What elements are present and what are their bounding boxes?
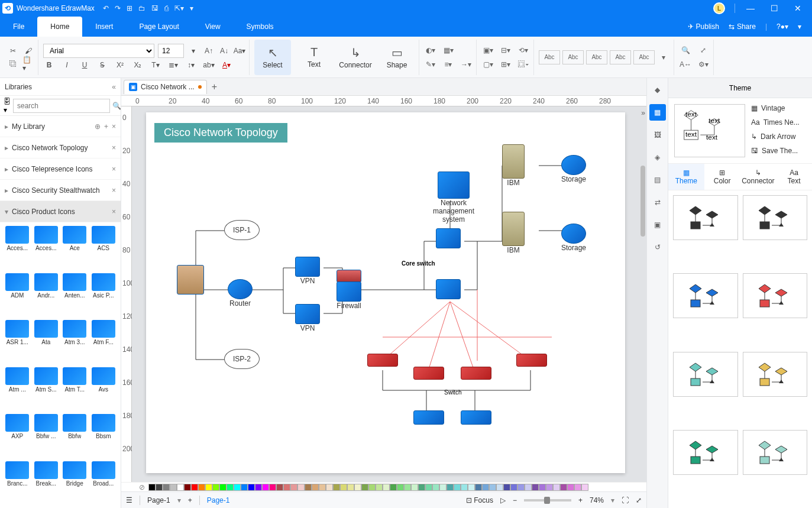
shape-item[interactable]: Broad... (90, 461, 118, 505)
color-swatch[interactable] (163, 484, 170, 491)
outline-toggle-icon[interactable]: ☰ (126, 496, 132, 504)
export-icon[interactable]: ⇱▾ (174, 4, 184, 12)
line-style-icon[interactable]: ✎▾ (424, 58, 437, 71)
node-access-switch-1[interactable] (413, 410, 444, 425)
color-swatch[interactable] (581, 484, 588, 491)
font-size-dropdown-icon[interactable]: ▾ (187, 45, 199, 57)
publish-button[interactable]: ✈ Publish (688, 22, 719, 31)
underline-icon[interactable]: U (79, 59, 90, 71)
color-swatch[interactable] (297, 484, 305, 491)
color-swatch[interactable] (262, 484, 269, 491)
color-swatch[interactable] (546, 484, 553, 491)
window-maximize[interactable]: ☐ (762, 4, 786, 13)
fit-page-icon[interactable]: ⛶ (622, 496, 629, 504)
lib-close-icon[interactable]: × (112, 122, 116, 131)
shape-item[interactable]: Branc... (4, 461, 31, 505)
color-swatch[interactable] (205, 484, 212, 491)
lib-cisco-telepresence[interactable]: ▸Cisco Telepresence Icons× (0, 158, 121, 180)
focus-mode-button[interactable]: ⊡ Focus (466, 496, 493, 504)
panel-connections-icon[interactable]: ⇄ (649, 194, 666, 211)
theme-thumbnail[interactable] (673, 430, 738, 475)
node-access-switch-2[interactable] (461, 410, 491, 425)
theme-thumbnail[interactable] (673, 273, 738, 318)
page-prev-icon[interactable]: ▾ (177, 496, 181, 504)
subscript-icon[interactable]: X₂ (132, 59, 144, 71)
diagram-title[interactable]: Cisco Network Topology (154, 123, 287, 143)
lib-edit-icon[interactable]: ⊕ (95, 122, 101, 131)
zoom-out-icon[interactable]: − (513, 496, 517, 504)
color-swatch[interactable] (269, 484, 276, 491)
window-close[interactable]: ✕ (786, 4, 810, 13)
library-menu-icon[interactable]: 🗄▾ (4, 98, 11, 114)
color-swatch[interactable] (368, 484, 376, 491)
node-ibm-1[interactable]: IBM (502, 144, 525, 187)
lib-add-icon[interactable]: + (104, 122, 108, 131)
panel-slideshow-icon[interactable]: ▣ (649, 216, 666, 233)
tab-symbols[interactable]: Symbols (234, 17, 287, 37)
shape-style-more-icon[interactable]: ▾ (657, 51, 670, 64)
theme-thumbnail[interactable] (673, 195, 738, 240)
zoom-slider[interactable] (524, 499, 571, 501)
node-switch-1[interactable] (367, 354, 398, 367)
paste-icon[interactable]: 📋▾ (22, 58, 34, 70)
qat-customize-icon[interactable]: ▾ (190, 4, 193, 12)
lib-close-icon[interactable]: × (112, 208, 116, 216)
fullscreen-icon[interactable]: ⤢ (636, 496, 642, 504)
shape-style-1[interactable]: Abc (539, 50, 560, 64)
shape-item[interactable]: Bbsm (90, 414, 118, 458)
window-minimize[interactable]: — (739, 4, 762, 13)
search-icon[interactable]: 🔍 (112, 102, 121, 110)
select-tool[interactable]: ↖Select (254, 40, 291, 75)
no-color-icon[interactable]: ⊘ (139, 483, 145, 491)
color-swatch[interactable] (340, 484, 347, 491)
color-swatch[interactable] (468, 484, 475, 491)
panel-fill-icon[interactable]: ◆ (649, 82, 666, 98)
shape-item[interactable]: Acces... (33, 226, 60, 270)
color-swatch[interactable] (354, 484, 361, 491)
color-swatch[interactable] (148, 484, 156, 491)
color-swatch[interactable] (184, 484, 191, 491)
color-swatch[interactable] (319, 484, 326, 491)
text-tool[interactable]: TText (296, 40, 332, 75)
color-swatch[interactable] (517, 484, 525, 491)
shape-item[interactable]: Bbfw ... (33, 414, 60, 458)
zoom-value[interactable]: 74% (590, 496, 604, 504)
lib-cisco-network-topology[interactable]: ▸Cisco Network Topology× (0, 137, 121, 158)
color-swatch[interactable] (482, 484, 489, 491)
shape-item[interactable]: Ata (33, 320, 60, 364)
lib-close-icon[interactable]: × (112, 144, 116, 152)
color-swatch[interactable] (390, 484, 397, 491)
shape-item[interactable]: Atm S... (33, 367, 60, 411)
shape-item[interactable]: ACS (90, 226, 118, 270)
color-swatch[interactable] (227, 484, 234, 491)
group-icon[interactable]: ⿴▾ (517, 58, 530, 71)
color-swatch[interactable] (326, 484, 333, 491)
shape-style-3[interactable]: Abc (586, 50, 607, 64)
shape-item[interactable]: ASR 1... (4, 320, 31, 364)
color-swatch[interactable] (234, 484, 241, 491)
find-icon[interactable]: 🔍 (679, 44, 692, 57)
undo-icon[interactable]: ↶ (103, 4, 109, 12)
theme-thumbnail[interactable] (743, 195, 808, 240)
theme-thumbnail[interactable] (743, 430, 808, 475)
bold-icon[interactable]: B (43, 59, 55, 71)
theme-option-connector[interactable]: ↳Dark Arrow (751, 132, 800, 141)
node-switch-3[interactable] (461, 367, 491, 380)
node-isp1[interactable]: ISP-1 (224, 220, 260, 240)
node-core-switch-2[interactable] (436, 279, 461, 299)
color-swatch[interactable] (376, 484, 383, 491)
align-icon[interactable]: ⊟▾ (499, 44, 512, 57)
shadow-icon[interactable]: ▦▾ (442, 44, 455, 57)
color-swatch[interactable] (503, 484, 510, 491)
shape-item[interactable]: ADM (4, 273, 31, 317)
node-storage-1[interactable]: Storage (561, 155, 586, 183)
bullets-icon[interactable]: ≣▾ (167, 59, 179, 71)
search-input[interactable] (13, 99, 110, 113)
color-swatch[interactable] (425, 484, 432, 491)
node-workstation[interactable] (177, 265, 204, 295)
shape-item[interactable]: Atm T... (61, 367, 89, 411)
print-icon[interactable]: ⎙ (164, 4, 169, 12)
format-painter-icon[interactable]: 🖌 (22, 45, 34, 57)
save-icon[interactable]: 🖫 (151, 4, 158, 12)
fill-icon[interactable]: ◐▾ (424, 44, 437, 57)
